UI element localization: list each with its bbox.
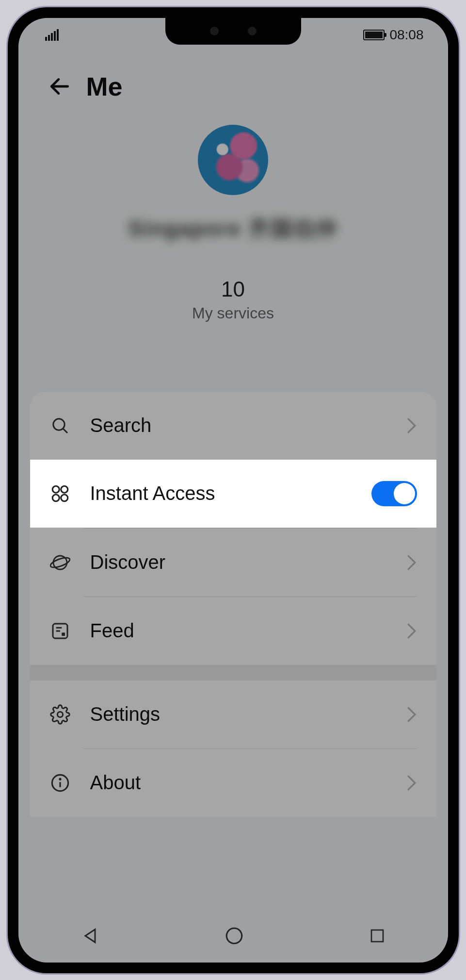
avatar[interactable] xyxy=(198,125,268,195)
svg-rect-8 xyxy=(62,632,65,636)
chevron-right-icon xyxy=(406,706,417,723)
info-icon xyxy=(49,772,71,794)
status-time: 08:08 xyxy=(389,27,423,43)
phone-frame: 08:08 Me Singapore 齐国伯仲 10 My services S… xyxy=(8,7,459,973)
nav-home-icon[interactable] xyxy=(224,926,244,946)
svg-point-13 xyxy=(52,486,59,493)
chevron-right-icon xyxy=(406,775,417,791)
toggle-knob xyxy=(394,483,415,504)
row-label: Discover xyxy=(90,551,387,573)
notch xyxy=(165,18,301,45)
svg-line-2 xyxy=(63,429,67,433)
row-label: Settings xyxy=(90,703,387,725)
svg-point-18 xyxy=(226,928,242,944)
svg-point-1 xyxy=(53,418,64,430)
android-nav-bar xyxy=(18,909,448,963)
svg-point-4 xyxy=(50,555,70,569)
svg-point-15 xyxy=(52,494,59,501)
feed-icon xyxy=(49,620,71,642)
row-feed[interactable]: Feed xyxy=(30,597,436,665)
battery-icon xyxy=(363,30,385,40)
row-label: Instant Access xyxy=(90,482,352,504)
chevron-right-icon xyxy=(406,554,417,571)
row-discover[interactable]: Discover xyxy=(30,529,436,597)
back-arrow-icon[interactable] xyxy=(48,74,72,99)
page-header: Me xyxy=(18,71,448,101)
row-label: Feed xyxy=(90,620,387,642)
apps-grid-icon xyxy=(49,483,71,504)
row-search[interactable]: Search xyxy=(30,392,436,460)
chevron-right-icon xyxy=(406,417,417,434)
screen: 08:08 Me Singapore 齐国伯仲 10 My services S… xyxy=(18,18,448,963)
row-instant-access[interactable]: Instant Access xyxy=(30,460,436,528)
instant-access-toggle[interactable] xyxy=(371,481,417,506)
profile-section: Singapore 齐国伯仲 10 My services xyxy=(18,125,448,322)
services-count[interactable]: 10 xyxy=(221,277,245,301)
svg-point-12 xyxy=(59,779,60,780)
svg-point-16 xyxy=(61,494,67,501)
search-icon xyxy=(49,415,71,436)
signal-icon xyxy=(45,29,59,41)
svg-marker-17 xyxy=(85,929,95,942)
profile-username: Singapore 齐国伯仲 xyxy=(129,215,337,243)
nav-back-icon[interactable] xyxy=(80,926,100,946)
row-about[interactable]: About xyxy=(30,749,436,817)
row-label: About xyxy=(90,772,387,794)
svg-point-9 xyxy=(57,712,63,717)
row-label: Search xyxy=(90,415,387,436)
group-divider xyxy=(30,665,436,681)
svg-rect-19 xyxy=(371,930,383,942)
nav-recent-icon[interactable] xyxy=(369,927,386,945)
planet-icon xyxy=(49,552,71,573)
settings-list: Search Discover xyxy=(30,392,436,817)
gear-icon xyxy=(49,704,71,725)
chevron-right-icon xyxy=(406,623,417,639)
services-label: My services xyxy=(192,304,274,322)
page-title: Me xyxy=(86,71,123,101)
svg-point-14 xyxy=(61,486,67,493)
row-settings[interactable]: Settings xyxy=(30,681,436,748)
